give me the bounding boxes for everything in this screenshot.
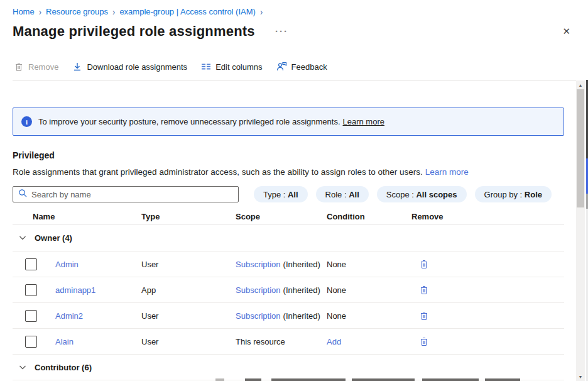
chevron-right-icon: ›: [260, 6, 263, 17]
download-label: Download role assignments: [87, 62, 187, 72]
scrollbar-thumb[interactable]: [577, 89, 584, 207]
row-checkbox[interactable]: [25, 258, 37, 270]
edit-columns-icon: [201, 62, 211, 72]
table-header-row: Name Type Scope Condition Remove: [13, 209, 564, 224]
row-checkbox[interactable]: [25, 310, 37, 322]
row-condition: Add: [327, 337, 411, 346]
feedback-icon: [276, 62, 287, 72]
delete-row-button[interactable]: [419, 285, 429, 295]
chevron-right-icon: ›: [112, 6, 115, 17]
download-role-assignments-button[interactable]: Download role assignments: [72, 62, 187, 72]
breadcrumb-home[interactable]: Home: [13, 7, 35, 16]
table-row: adminapp1 App Subscription(Inherited) No…: [13, 277, 564, 303]
info-icon: i: [21, 116, 32, 127]
row-name-link[interactable]: Admin2: [55, 311, 83, 321]
scope-suffix: (Inherited): [283, 285, 320, 295]
column-header-type: Type: [141, 212, 236, 221]
vertical-scrollbar[interactable]: ▲ ▼: [576, 80, 585, 381]
privileged-section-title: Privileged: [13, 150, 55, 160]
edit-columns-label: Edit columns: [215, 62, 262, 72]
group-row-contributor[interactable]: Contributor (6): [13, 355, 564, 380]
condition-add-link[interactable]: Add: [327, 337, 341, 346]
banner-learn-more-link[interactable]: Learn more: [343, 117, 384, 126]
row-scope: Subscription(Inherited): [236, 311, 327, 321]
group-label: Contributor (6): [35, 363, 92, 372]
page-title: Manage privileged role assignments: [13, 23, 255, 40]
chevron-down-icon[interactable]: [19, 363, 26, 371]
row-condition: None: [327, 311, 411, 321]
group-label: Owner (4): [35, 233, 72, 243]
toolbar-divider: [13, 80, 576, 80]
filter-type[interactable]: Type : All: [254, 186, 308, 202]
scrollbar-up-icon[interactable]: ▲: [576, 80, 585, 89]
row-checkbox[interactable]: [25, 284, 37, 296]
row-type: User: [141, 337, 236, 346]
table-row: Admin2 User Subscription(Inherited) None: [13, 303, 564, 329]
delete-row-button[interactable]: [419, 311, 429, 321]
filter-pills: Type : All Role : All Scope : All scopes…: [254, 186, 552, 202]
row-name-link[interactable]: adminapp1: [55, 285, 95, 295]
column-header-remove: Remove: [411, 212, 564, 221]
more-options-icon[interactable]: ···: [275, 26, 288, 36]
row-scope: This resource: [236, 337, 327, 346]
row-scope: Subscription(Inherited): [236, 285, 327, 295]
chevron-down-icon[interactable]: [19, 234, 26, 241]
row-type: User: [141, 260, 236, 269]
banner-message: To improve your security posture, remove…: [38, 117, 384, 126]
section-learn-more-link[interactable]: Learn more: [425, 167, 469, 177]
privileged-section-description: Role assignments that grant privileged a…: [13, 167, 469, 177]
scope-link[interactable]: Subscription: [236, 260, 281, 269]
filter-role[interactable]: Role : All: [316, 186, 369, 202]
table-row: Alain User This resource Add: [13, 329, 564, 355]
info-banner: i To improve your security posture, remo…: [13, 108, 564, 136]
breadcrumb-example-group-iam[interactable]: example-group | Access control (IAM): [119, 7, 256, 16]
search-icon: [18, 189, 27, 200]
role-assignments-table: Name Type Scope Condition Remove Owner (…: [13, 209, 564, 380]
row-type: App: [141, 285, 236, 295]
scope-link[interactable]: Subscription: [236, 311, 281, 321]
row-type: User: [141, 311, 236, 321]
scope-text: This resource: [236, 337, 285, 346]
manage-privileged-role-assignments-panel: Home › Resource groups › example-group |…: [0, 0, 588, 381]
feedback-label: Feedback: [291, 62, 327, 72]
scrollbar-down-icon[interactable]: ▼: [576, 372, 585, 381]
delete-row-button[interactable]: [419, 336, 429, 346]
column-header-scope: Scope: [236, 212, 327, 221]
scope-suffix: (Inherited): [283, 311, 320, 321]
search-input[interactable]: [31, 190, 233, 199]
row-scope: Subscription(Inherited): [236, 260, 327, 269]
column-header-condition: Condition: [327, 212, 411, 221]
download-icon: [72, 62, 82, 72]
scope-suffix: (Inherited): [283, 260, 320, 269]
filter-scope[interactable]: Scope : All scopes: [377, 186, 467, 202]
feedback-button[interactable]: Feedback: [276, 62, 327, 72]
group-row-owner[interactable]: Owner (4): [13, 224, 564, 251]
row-condition: None: [327, 285, 411, 295]
breadcrumb: Home › Resource groups › example-group |…: [13, 7, 263, 16]
remove-label: Remove: [28, 62, 58, 72]
chevron-right-icon: ›: [39, 6, 41, 17]
remove-button[interactable]: Remove: [14, 62, 58, 72]
filter-group-by[interactable]: Group by : Role: [475, 186, 552, 202]
search-box: [13, 186, 239, 202]
close-icon[interactable]: ✕: [562, 26, 570, 36]
row-name-link[interactable]: Alain: [55, 337, 74, 346]
toolbar: Remove Download role assignments Edit co…: [14, 62, 327, 72]
scope-link[interactable]: Subscription: [236, 285, 281, 295]
table-row: Admin User Subscription(Inherited) None: [13, 251, 564, 277]
column-header-name: Name: [13, 212, 141, 221]
delete-row-button[interactable]: [419, 259, 429, 269]
trash-icon: [14, 62, 24, 72]
row-condition: None: [327, 260, 411, 269]
row-name-link[interactable]: Admin: [55, 260, 79, 269]
row-checkbox[interactable]: [25, 336, 37, 348]
edit-columns-button[interactable]: Edit columns: [201, 62, 262, 72]
breadcrumb-resource-groups[interactable]: Resource groups: [46, 7, 108, 16]
